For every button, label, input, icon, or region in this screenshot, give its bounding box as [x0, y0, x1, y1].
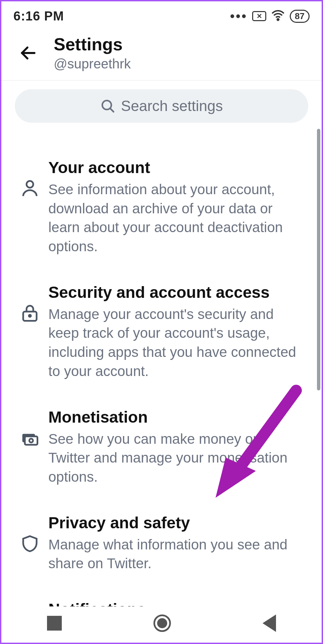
page-title: Settings — [54, 34, 131, 54]
nav-home-button[interactable] — [153, 614, 171, 632]
page-subtitle: @supreethrk — [54, 56, 131, 71]
money-icon — [11, 408, 48, 448]
svg-point-0 — [277, 19, 279, 20]
nav-recent-button[interactable] — [47, 616, 62, 631]
search-wrap: Search settings — [1, 80, 322, 128]
status-indicators: ••• ✕ 87 — [230, 8, 310, 24]
item-desc: Manage your account's security and keep … — [48, 305, 305, 381]
item-title: Your account — [48, 158, 305, 177]
search-icon — [100, 98, 116, 114]
header-titles: Settings @supreethrk — [54, 34, 131, 71]
search-placeholder: Search settings — [121, 98, 223, 114]
person-icon — [11, 158, 48, 199]
search-input[interactable]: Search settings — [15, 89, 308, 123]
arrow-left-icon — [19, 44, 38, 62]
status-time: 6:16 PM — [13, 9, 64, 23]
item-title: Privacy and safety — [48, 514, 305, 532]
battery-indicator: 87 — [290, 10, 310, 23]
more-dots-icon: ••• — [230, 9, 247, 23]
app-header: Settings @supreethrk — [1, 28, 322, 80]
item-title: Monetisation — [48, 408, 305, 426]
item-desc: Manage what information you see and shar… — [48, 535, 305, 573]
item-desc: See information about your account, down… — [48, 180, 305, 256]
app-frame: 6:16 PM ••• ✕ 87 Settings @supreethrk Se… — [0, 0, 323, 644]
scrollbar[interactable] — [317, 129, 320, 390]
svg-rect-8 — [25, 436, 38, 445]
item-title: Security and account access — [48, 283, 305, 302]
settings-item-security[interactable]: Security and account access Manage your … — [11, 270, 312, 394]
nav-back-button[interactable] — [263, 614, 276, 632]
status-bar: 6:16 PM ••• ✕ 87 — [1, 1, 322, 28]
svg-line-3 — [110, 108, 114, 112]
svg-point-6 — [29, 315, 31, 317]
shield-icon — [11, 514, 48, 554]
system-navbar — [1, 606, 322, 640]
settings-item-privacy[interactable]: Privacy and safety Manage what informati… — [11, 500, 312, 587]
back-button[interactable] — [15, 44, 42, 62]
item-desc: See how you can make money on Twitter an… — [48, 430, 305, 487]
settings-item-your-account[interactable]: Your account See information about your … — [11, 145, 312, 270]
wifi-icon — [271, 8, 285, 24]
settings-item-monetisation[interactable]: Monetisation See how you can make money … — [11, 394, 312, 500]
lock-icon — [11, 283, 48, 323]
no-sim-icon: ✕ — [252, 11, 266, 21]
settings-list: Your account See information about your … — [1, 128, 322, 644]
svg-point-4 — [27, 181, 33, 188]
